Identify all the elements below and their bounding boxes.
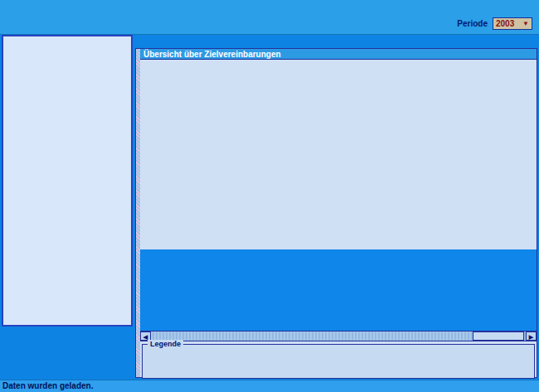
horizontal-scrollbar[interactable]: ◀ ▶ [140,331,537,341]
periode-value: 2003 [496,19,514,28]
table-header [140,60,537,70]
monitoring-panel: Übersicht über Zielvereinbarungen ◀ ▶ Le… [135,48,537,378]
scrollbar-track[interactable] [151,332,526,341]
top-strip: Periode 2003 ▼ [0,0,539,35]
periode-dropdown[interactable]: 2003 ▼ [493,17,532,30]
table-title: Übersicht über Zielvereinbarungen [140,49,537,60]
periode-control: Periode 2003 ▼ [457,17,539,30]
chevron-down-icon: ▼ [522,20,529,27]
table-empty-area [140,249,537,331]
periode-label: Periode [457,19,488,28]
legend-title: Legende [148,340,183,348]
app-window: { "menu": { "items": ["Datei", "Bearbeit… [0,0,539,392]
menu-bar [0,0,539,12]
toolbar: Periode 2003 ▼ [0,12,539,35]
table-body [140,70,537,249]
legend-box: Legende [142,344,535,379]
status-bar: Daten wurden geladen. [0,380,539,392]
scrollbar-thumb[interactable] [473,332,524,341]
org-tree-panel [2,35,133,327]
scroll-right-button[interactable]: ▶ [526,332,537,341]
